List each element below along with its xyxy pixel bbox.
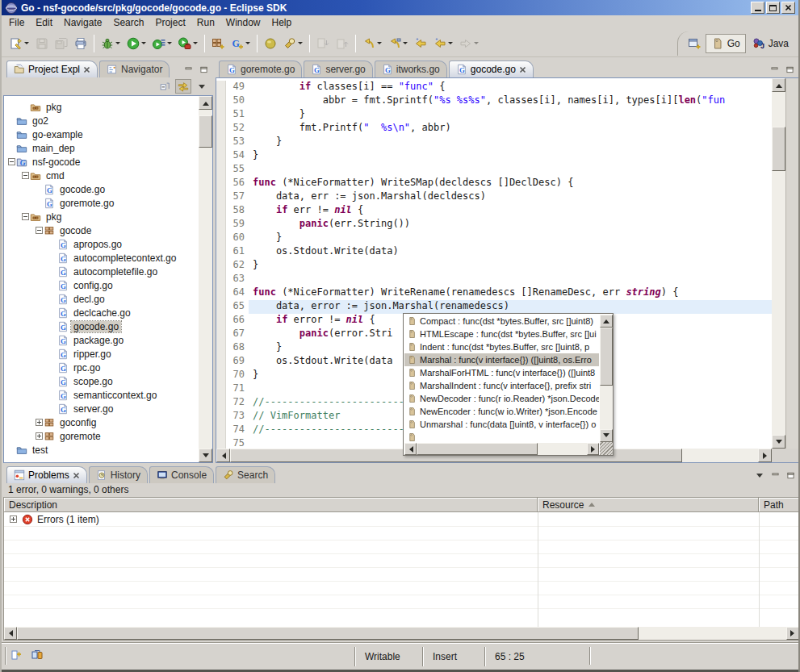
new-wizard-dropdown-arrow[interactable] xyxy=(24,42,29,47)
new-package-button[interactable] xyxy=(208,34,228,53)
tree-item-ripper-go[interactable]: Gripper.go xyxy=(4,347,199,361)
tree-item-gocode-go[interactable]: Ggocode.go xyxy=(4,182,199,196)
back-button[interactable] xyxy=(411,34,430,53)
last-edit-location-dropdown-arrow[interactable] xyxy=(377,42,382,47)
editor-scroll-up-button[interactable] xyxy=(772,78,785,92)
code-line-57[interactable]: 57 data, err := json.Marshal(decldescs) xyxy=(216,190,772,204)
editor-scroll-left-button[interactable] xyxy=(216,449,230,462)
completion-item[interactable] xyxy=(404,431,599,442)
minimize-editor-button[interactable] xyxy=(768,64,781,75)
code-line-50[interactable]: 50 abbr = fmt.Sprintf("%s %s%s", classes… xyxy=(216,94,772,108)
external-tools-dropdown-arrow[interactable] xyxy=(193,42,198,47)
tree-item-go2[interactable]: go2 xyxy=(4,114,199,127)
column-header-description[interactable]: Description xyxy=(4,498,538,512)
editor-vertical-scrollbar[interactable] xyxy=(772,78,785,449)
plus-expander[interactable] xyxy=(35,419,44,426)
tree-item-gocode-go[interactable]: Ggocode.go xyxy=(4,319,199,333)
code-line-55[interactable]: 55 xyxy=(216,163,772,177)
code-line-58[interactable]: 58 if err != nil { xyxy=(216,204,772,218)
minimize-problems-button[interactable] xyxy=(769,470,781,481)
completion-item[interactable]: Compact : func(dst *bytes.Buffer, src []… xyxy=(404,315,599,328)
tree-item-nsf-gocode[interactable]: Gnsf-gocode xyxy=(4,155,199,169)
tree-item-autocompletefile-go[interactable]: Gautocompletefile.go xyxy=(4,265,199,278)
close-button[interactable] xyxy=(781,2,795,14)
completion-item[interactable]: NewEncoder : func(w io.Writer) *json.Enc… xyxy=(404,405,599,418)
popup-resize-grip[interactable] xyxy=(600,442,613,455)
tree-item-main-dep[interactable]: main_dep xyxy=(4,141,199,155)
code-line-61[interactable]: 61 os.Stdout.Write(data) xyxy=(216,245,772,259)
completion-item[interactable]: NewDecoder : func(r io.Reader) *json.Dec… xyxy=(404,392,599,405)
code-line-65[interactable]: 65 data, error := json.Marshal(renamedes… xyxy=(216,300,772,314)
editor-scroll-down-button[interactable] xyxy=(772,435,785,449)
maximize-view-button[interactable] xyxy=(197,64,210,75)
tree-item-cmd[interactable]: cmd xyxy=(4,169,199,182)
tree-item-apropos-go[interactable]: Gapropos.go xyxy=(4,237,199,251)
popup-vscrollbar-thumb[interactable] xyxy=(600,328,613,386)
tab-close-icon[interactable] xyxy=(73,472,80,479)
completion-item[interactable]: HTMLEscape : func(dst *bytes.Buffer, src… xyxy=(404,328,599,340)
minimize-view-button[interactable] xyxy=(182,64,195,75)
completion-item[interactable]: MarshalForHTML : func(v interface{}) ([]… xyxy=(404,366,599,379)
debug-dropdown-arrow[interactable] xyxy=(115,42,120,47)
menu-project[interactable]: Project xyxy=(149,15,191,30)
code-line-64[interactable]: 64func (*NiceFormatter) WriteRename(rena… xyxy=(216,286,772,300)
back-to-last-edit-dropdown-arrow[interactable] xyxy=(403,42,408,47)
open-perspective-button[interactable] xyxy=(685,34,704,53)
menu-search[interactable]: Search xyxy=(107,15,149,30)
code-line-59[interactable]: 59 panic(err.String()) xyxy=(216,218,772,232)
editor-tab-server-go[interactable]: Gserver.go xyxy=(304,61,372,77)
code-line-49[interactable]: 49 if classes[i] == "func" { xyxy=(216,81,772,94)
run-history-dropdown-arrow[interactable] xyxy=(167,42,172,47)
tree-item-package-go[interactable]: Gpackage.go xyxy=(4,333,199,347)
code-line-53[interactable]: 53 } xyxy=(216,136,772,149)
minus-expander[interactable] xyxy=(7,158,16,165)
maximize-problems-button[interactable] xyxy=(784,470,797,481)
search-button[interactable] xyxy=(280,34,306,53)
popup-vertical-scrollbar[interactable] xyxy=(600,315,613,442)
menu-edit[interactable]: Edit xyxy=(30,15,58,30)
fast-view-icon[interactable] xyxy=(10,649,23,662)
print-button[interactable] xyxy=(71,34,90,53)
tree-item-test[interactable]: test xyxy=(4,443,199,457)
menu-window[interactable]: Window xyxy=(220,15,266,30)
minus-expander[interactable] xyxy=(21,213,30,220)
popup-scroll-down-button[interactable] xyxy=(600,429,613,442)
tree-item-goremote-go[interactable]: Ggoremote.go xyxy=(4,196,199,210)
editor-scroll-right-button[interactable] xyxy=(758,449,772,462)
code-line-62[interactable]: 62} xyxy=(216,259,772,273)
tree-item-goremote[interactable]: goremote xyxy=(4,429,199,443)
popup-hscrollbar-thumb[interactable] xyxy=(417,443,538,455)
popup-horizontal-scrollbar[interactable] xyxy=(404,443,599,455)
tab-history[interactable]: History xyxy=(89,466,148,483)
forward-dropdown-arrow[interactable] xyxy=(474,42,479,47)
new-element-dropdown-arrow[interactable] xyxy=(245,42,250,47)
plus-expander[interactable] xyxy=(9,515,18,523)
editor-tab-itworks-go[interactable]: Gitworks.go xyxy=(375,61,447,77)
tree-item-server-go[interactable]: Gserver.go xyxy=(4,402,199,415)
tab-navigator[interactable]: Navigator xyxy=(99,61,170,77)
column-header-resource[interactable]: Resource xyxy=(538,498,759,512)
back-to-last-edit-button[interactable] xyxy=(385,34,411,53)
plus-expander[interactable] xyxy=(35,432,44,440)
back-button[interactable] xyxy=(430,34,456,53)
problems-scroll-left-button[interactable] xyxy=(4,627,17,640)
problems-hscrollbar-thumb[interactable] xyxy=(17,627,639,640)
problems-scroll-right-button[interactable] xyxy=(786,627,799,640)
tree-item-decl-go[interactable]: Gdecl.go xyxy=(4,292,199,306)
tab-project-expl[interactable]: Project Expl xyxy=(6,61,98,77)
menu-run[interactable]: Run xyxy=(191,15,220,30)
code-line-54[interactable]: 54} xyxy=(216,149,772,163)
problems-row-errors[interactable]: Errors (1 item) xyxy=(4,512,799,526)
tree-item-declcache-go[interactable]: Gdeclcache.go xyxy=(4,306,199,319)
completion-item[interactable]: Marshal : func(v interface{}) ([]uint8, … xyxy=(404,353,599,366)
tree-item-autocompletecontext-go[interactable]: Gautocompletecontext.go xyxy=(4,251,199,265)
tab-search[interactable]: Search xyxy=(216,466,275,483)
run-button[interactable] xyxy=(124,34,149,53)
tree-scroll-down-button[interactable] xyxy=(199,449,212,462)
completion-item[interactable]: Unmarshal : func(data []uint8, v interfa… xyxy=(404,418,599,431)
perspective-go[interactable]: Go xyxy=(706,34,746,53)
tree-item-pkg[interactable]: pkg xyxy=(4,210,199,223)
code-line-51[interactable]: 51 } xyxy=(216,108,772,122)
minus-expander[interactable] xyxy=(21,172,30,179)
editor-tab-goremote-go[interactable]: Ggoremote.go xyxy=(219,61,302,77)
